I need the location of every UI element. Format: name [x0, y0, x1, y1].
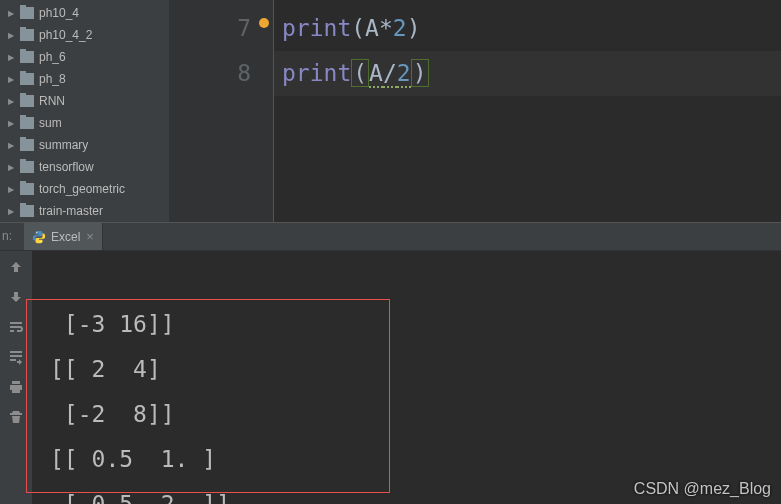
- project-tree[interactable]: ▶ph10_4 ▶ph10_4_2 ▶ph_6 ▶ph_8 ▶RNN ▶sum …: [0, 0, 170, 222]
- folder-icon: [20, 73, 34, 85]
- tree-item-label: ph10_4: [39, 6, 79, 20]
- tree-item-label: torch_geometric: [39, 182, 125, 196]
- svg-point-0: [36, 231, 37, 232]
- line-number: 7: [237, 15, 251, 41]
- console-tabs: Excel ×: [0, 223, 781, 251]
- tree-item[interactable]: ▶train-master: [0, 200, 169, 222]
- console-tab[interactable]: Excel ×: [24, 223, 103, 250]
- code-editor[interactable]: 7 8 print(A*2) print(A/2): [170, 0, 781, 222]
- token-paren: ): [407, 15, 421, 41]
- tree-item-label: summary: [39, 138, 88, 152]
- code-line[interactable]: print(A*2): [274, 6, 781, 51]
- chevron-right-icon: ▶: [6, 184, 16, 194]
- tree-item-label: RNN: [39, 94, 65, 108]
- lightbulb-icon[interactable]: [259, 18, 269, 28]
- folder-icon: [20, 29, 34, 41]
- chevron-right-icon: ▶: [6, 206, 16, 216]
- tree-item[interactable]: ▶torch_geometric: [0, 178, 169, 200]
- down-arrow-icon[interactable]: [6, 287, 26, 307]
- tree-item[interactable]: ▶summary: [0, 134, 169, 156]
- chevron-right-icon: ▶: [6, 52, 16, 62]
- tree-item-label: train-master: [39, 204, 103, 218]
- token-num: 2: [393, 15, 407, 41]
- svg-point-1: [41, 241, 42, 242]
- token-function: print: [282, 60, 351, 86]
- tree-item-label: sum: [39, 116, 62, 130]
- chevron-right-icon: ▶: [6, 8, 16, 18]
- folder-icon: [20, 161, 34, 173]
- run-tool-window: n: Excel × [-3 16]] [[ 2 4] [-2 8]] [[ 0…: [0, 222, 781, 504]
- tree-item[interactable]: ▶ph10_4_2: [0, 24, 169, 46]
- close-icon[interactable]: ×: [86, 229, 94, 244]
- trash-icon[interactable]: [6, 407, 26, 427]
- folder-icon: [20, 117, 34, 129]
- output-line: [-3 16]]: [50, 311, 175, 337]
- token-paren: (: [351, 59, 369, 87]
- code-area[interactable]: print(A*2) print(A/2): [274, 0, 781, 222]
- console-toolbar: [0, 251, 32, 504]
- tree-item[interactable]: ▶ph_6: [0, 46, 169, 68]
- output-line: [[ 2 4]: [50, 356, 161, 382]
- output-line: [[ 0.5 1. ]: [50, 446, 216, 472]
- tree-item-label: ph10_4_2: [39, 28, 92, 42]
- chevron-right-icon: ▶: [6, 118, 16, 128]
- tree-item-label: ph_8: [39, 72, 66, 86]
- print-icon[interactable]: [6, 377, 26, 397]
- tree-item[interactable]: ▶sum: [0, 112, 169, 134]
- token-num: 2: [397, 60, 411, 88]
- chevron-right-icon: ▶: [6, 30, 16, 40]
- tree-item-label: ph_6: [39, 50, 66, 64]
- tree-item-label: tensorflow: [39, 160, 94, 174]
- token-paren: (: [351, 15, 365, 41]
- console-tab-label: Excel: [51, 230, 80, 244]
- chevron-right-icon: ▶: [6, 96, 16, 106]
- output-line: [-0.5 2. ]]: [50, 491, 230, 504]
- console-output[interactable]: [-3 16]] [[ 2 4] [-2 8]] [[ 0.5 1. ] [-0…: [32, 251, 781, 504]
- token-paren: ): [411, 59, 429, 87]
- tree-item[interactable]: ▶ph_8: [0, 68, 169, 90]
- token-op: *: [379, 15, 393, 41]
- chevron-right-icon: ▶: [6, 74, 16, 84]
- chevron-right-icon: ▶: [6, 140, 16, 150]
- folder-icon: [20, 7, 34, 19]
- python-icon: [32, 230, 46, 244]
- line-number: 8: [237, 60, 251, 86]
- watermark: CSDN @mez_Blog: [634, 480, 771, 498]
- up-arrow-icon[interactable]: [6, 257, 26, 277]
- token-var: A: [365, 15, 379, 41]
- folder-icon: [20, 205, 34, 217]
- token-var: A: [369, 60, 383, 88]
- folder-icon: [20, 139, 34, 151]
- token-function: print: [282, 15, 351, 41]
- chevron-right-icon: ▶: [6, 162, 16, 172]
- tree-item[interactable]: ▶tensorflow: [0, 156, 169, 178]
- output-line: [-2 8]]: [50, 401, 175, 427]
- token-op: /: [383, 60, 397, 88]
- folder-icon: [20, 51, 34, 63]
- soft-wrap-icon[interactable]: [6, 317, 26, 337]
- scroll-to-end-icon[interactable]: [6, 347, 26, 367]
- code-line[interactable]: print(A/2): [274, 51, 781, 96]
- folder-icon: [20, 95, 34, 107]
- tree-item[interactable]: ▶ph10_4: [0, 2, 169, 24]
- folder-icon: [20, 183, 34, 195]
- tree-item[interactable]: ▶RNN: [0, 90, 169, 112]
- line-gutter: 7 8: [170, 0, 274, 222]
- run-label: n:: [2, 229, 12, 243]
